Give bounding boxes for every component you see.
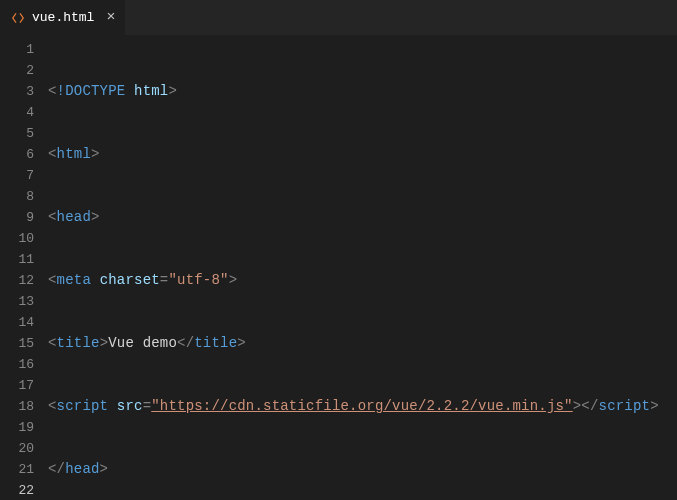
tab-vue-html[interactable]: vue.html × xyxy=(0,0,125,35)
line-number: 5 xyxy=(0,123,34,144)
code-line[interactable]: <head> xyxy=(48,207,677,228)
line-number: 3 xyxy=(0,81,34,102)
code-line[interactable]: <!DOCTYPE html> xyxy=(48,81,677,102)
line-number: 12 xyxy=(0,270,34,291)
line-number: 13 xyxy=(0,291,34,312)
line-number: 17 xyxy=(0,375,34,396)
code-line[interactable]: <title>Vue demo</title> xyxy=(48,333,677,354)
code-line[interactable]: <html> xyxy=(48,144,677,165)
line-number: 20 xyxy=(0,438,34,459)
line-number: 2 xyxy=(0,60,34,81)
line-number: 11 xyxy=(0,249,34,270)
line-number: 8 xyxy=(0,186,34,207)
code-line[interactable]: </head> xyxy=(48,459,677,480)
line-number: 7 xyxy=(0,165,34,186)
line-number: 14 xyxy=(0,312,34,333)
code-file-icon xyxy=(10,10,26,26)
line-number: 22 xyxy=(0,480,34,500)
tab-bar: vue.html × xyxy=(0,0,677,35)
code-content[interactable]: <!DOCTYPE html> <html> <head> <meta char… xyxy=(48,39,677,500)
line-number: 9 xyxy=(0,207,34,228)
line-number: 1 xyxy=(0,39,34,60)
tab-filename: vue.html xyxy=(32,10,94,25)
line-number: 18 xyxy=(0,396,34,417)
line-number: 16 xyxy=(0,354,34,375)
line-number-gutter: 12345678910111213141516171819202122 xyxy=(0,39,48,500)
code-line[interactable]: <script src="https://cdn.staticfile.org/… xyxy=(48,396,677,417)
line-number: 21 xyxy=(0,459,34,480)
line-number: 10 xyxy=(0,228,34,249)
line-number: 15 xyxy=(0,333,34,354)
editor-area[interactable]: 12345678910111213141516171819202122 <!DO… xyxy=(0,35,677,500)
line-number: 19 xyxy=(0,417,34,438)
code-line[interactable]: <meta charset="utf-8"> xyxy=(48,270,677,291)
line-number: 6 xyxy=(0,144,34,165)
close-icon[interactable]: × xyxy=(106,10,115,25)
line-number: 4 xyxy=(0,102,34,123)
